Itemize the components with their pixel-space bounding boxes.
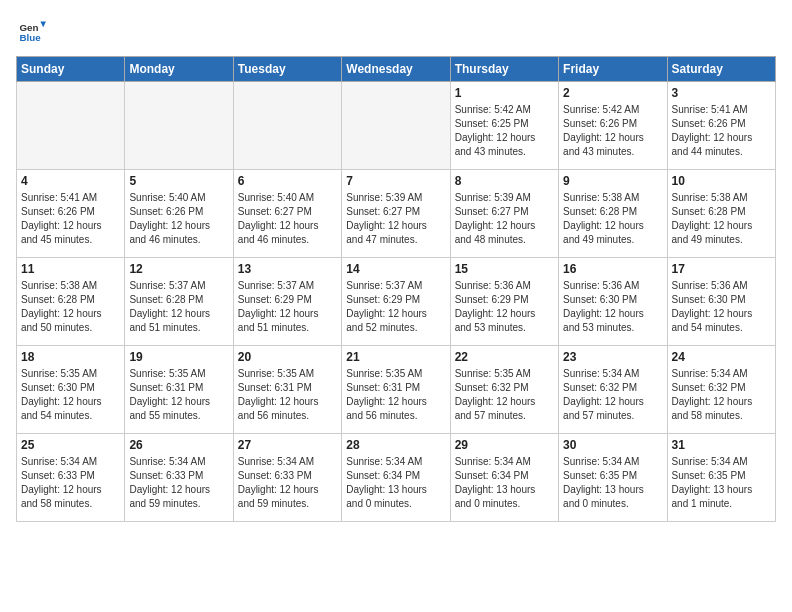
calendar-week-row: 1Sunrise: 5:42 AMSunset: 6:25 PMDaylight… xyxy=(17,82,776,170)
day-info: Sunrise: 5:38 AMSunset: 6:28 PMDaylight:… xyxy=(672,191,771,247)
calendar-cell: 7Sunrise: 5:39 AMSunset: 6:27 PMDaylight… xyxy=(342,170,450,258)
weekday-header-cell: Tuesday xyxy=(233,57,341,82)
day-info: Sunrise: 5:34 AMSunset: 6:33 PMDaylight:… xyxy=(129,455,228,511)
calendar-cell: 20Sunrise: 5:35 AMSunset: 6:31 PMDayligh… xyxy=(233,346,341,434)
calendar-week-row: 11Sunrise: 5:38 AMSunset: 6:28 PMDayligh… xyxy=(17,258,776,346)
weekday-header-row: SundayMondayTuesdayWednesdayThursdayFrid… xyxy=(17,57,776,82)
day-number: 10 xyxy=(672,174,771,188)
day-number: 15 xyxy=(455,262,554,276)
weekday-header-cell: Thursday xyxy=(450,57,558,82)
day-info: Sunrise: 5:40 AMSunset: 6:27 PMDaylight:… xyxy=(238,191,337,247)
day-number: 9 xyxy=(563,174,662,188)
day-number: 24 xyxy=(672,350,771,364)
day-number: 31 xyxy=(672,438,771,452)
day-number: 14 xyxy=(346,262,445,276)
day-number: 21 xyxy=(346,350,445,364)
calendar-week-row: 18Sunrise: 5:35 AMSunset: 6:30 PMDayligh… xyxy=(17,346,776,434)
calendar-cell xyxy=(342,82,450,170)
day-info: Sunrise: 5:39 AMSunset: 6:27 PMDaylight:… xyxy=(455,191,554,247)
calendar-cell: 23Sunrise: 5:34 AMSunset: 6:32 PMDayligh… xyxy=(559,346,667,434)
day-number: 2 xyxy=(563,86,662,100)
day-info: Sunrise: 5:34 AMSunset: 6:35 PMDaylight:… xyxy=(563,455,662,511)
day-number: 16 xyxy=(563,262,662,276)
calendar-cell: 24Sunrise: 5:34 AMSunset: 6:32 PMDayligh… xyxy=(667,346,775,434)
weekday-header-cell: Monday xyxy=(125,57,233,82)
calendar-cell: 21Sunrise: 5:35 AMSunset: 6:31 PMDayligh… xyxy=(342,346,450,434)
day-number: 20 xyxy=(238,350,337,364)
day-info: Sunrise: 5:41 AMSunset: 6:26 PMDaylight:… xyxy=(21,191,120,247)
calendar-cell: 2Sunrise: 5:42 AMSunset: 6:26 PMDaylight… xyxy=(559,82,667,170)
calendar-cell: 17Sunrise: 5:36 AMSunset: 6:30 PMDayligh… xyxy=(667,258,775,346)
day-info: Sunrise: 5:41 AMSunset: 6:26 PMDaylight:… xyxy=(672,103,771,159)
logo-icon: Gen Blue xyxy=(18,16,46,44)
day-number: 13 xyxy=(238,262,337,276)
day-number: 5 xyxy=(129,174,228,188)
day-number: 30 xyxy=(563,438,662,452)
calendar-cell: 14Sunrise: 5:37 AMSunset: 6:29 PMDayligh… xyxy=(342,258,450,346)
day-number: 4 xyxy=(21,174,120,188)
day-info: Sunrise: 5:38 AMSunset: 6:28 PMDaylight:… xyxy=(563,191,662,247)
day-number: 18 xyxy=(21,350,120,364)
day-number: 25 xyxy=(21,438,120,452)
weekday-header-cell: Wednesday xyxy=(342,57,450,82)
calendar-cell: 19Sunrise: 5:35 AMSunset: 6:31 PMDayligh… xyxy=(125,346,233,434)
day-info: Sunrise: 5:35 AMSunset: 6:32 PMDaylight:… xyxy=(455,367,554,423)
day-number: 27 xyxy=(238,438,337,452)
calendar-cell xyxy=(125,82,233,170)
day-info: Sunrise: 5:34 AMSunset: 6:33 PMDaylight:… xyxy=(238,455,337,511)
calendar-cell: 25Sunrise: 5:34 AMSunset: 6:33 PMDayligh… xyxy=(17,434,125,522)
calendar-cell xyxy=(233,82,341,170)
calendar-cell: 18Sunrise: 5:35 AMSunset: 6:30 PMDayligh… xyxy=(17,346,125,434)
calendar-cell: 16Sunrise: 5:36 AMSunset: 6:30 PMDayligh… xyxy=(559,258,667,346)
calendar-cell: 30Sunrise: 5:34 AMSunset: 6:35 PMDayligh… xyxy=(559,434,667,522)
day-info: Sunrise: 5:34 AMSunset: 6:34 PMDaylight:… xyxy=(346,455,445,511)
day-info: Sunrise: 5:34 AMSunset: 6:32 PMDaylight:… xyxy=(563,367,662,423)
calendar-cell: 5Sunrise: 5:40 AMSunset: 6:26 PMDaylight… xyxy=(125,170,233,258)
day-number: 17 xyxy=(672,262,771,276)
calendar-cell: 11Sunrise: 5:38 AMSunset: 6:28 PMDayligh… xyxy=(17,258,125,346)
day-info: Sunrise: 5:35 AMSunset: 6:31 PMDaylight:… xyxy=(238,367,337,423)
day-number: 19 xyxy=(129,350,228,364)
calendar-cell: 6Sunrise: 5:40 AMSunset: 6:27 PMDaylight… xyxy=(233,170,341,258)
day-number: 29 xyxy=(455,438,554,452)
day-info: Sunrise: 5:34 AMSunset: 6:34 PMDaylight:… xyxy=(455,455,554,511)
day-info: Sunrise: 5:38 AMSunset: 6:28 PMDaylight:… xyxy=(21,279,120,335)
day-info: Sunrise: 5:35 AMSunset: 6:30 PMDaylight:… xyxy=(21,367,120,423)
calendar-cell: 22Sunrise: 5:35 AMSunset: 6:32 PMDayligh… xyxy=(450,346,558,434)
day-info: Sunrise: 5:39 AMSunset: 6:27 PMDaylight:… xyxy=(346,191,445,247)
day-number: 7 xyxy=(346,174,445,188)
calendar-body: 1Sunrise: 5:42 AMSunset: 6:25 PMDaylight… xyxy=(17,82,776,522)
weekday-header-cell: Friday xyxy=(559,57,667,82)
calendar-week-row: 25Sunrise: 5:34 AMSunset: 6:33 PMDayligh… xyxy=(17,434,776,522)
calendar-cell: 26Sunrise: 5:34 AMSunset: 6:33 PMDayligh… xyxy=(125,434,233,522)
day-info: Sunrise: 5:42 AMSunset: 6:25 PMDaylight:… xyxy=(455,103,554,159)
day-info: Sunrise: 5:34 AMSunset: 6:32 PMDaylight:… xyxy=(672,367,771,423)
calendar-cell: 15Sunrise: 5:36 AMSunset: 6:29 PMDayligh… xyxy=(450,258,558,346)
calendar-cell: 10Sunrise: 5:38 AMSunset: 6:28 PMDayligh… xyxy=(667,170,775,258)
day-number: 8 xyxy=(455,174,554,188)
day-number: 1 xyxy=(455,86,554,100)
calendar-cell: 9Sunrise: 5:38 AMSunset: 6:28 PMDaylight… xyxy=(559,170,667,258)
svg-marker-2 xyxy=(40,22,46,28)
day-number: 23 xyxy=(563,350,662,364)
calendar-cell: 8Sunrise: 5:39 AMSunset: 6:27 PMDaylight… xyxy=(450,170,558,258)
day-info: Sunrise: 5:35 AMSunset: 6:31 PMDaylight:… xyxy=(346,367,445,423)
day-info: Sunrise: 5:42 AMSunset: 6:26 PMDaylight:… xyxy=(563,103,662,159)
calendar-cell: 3Sunrise: 5:41 AMSunset: 6:26 PMDaylight… xyxy=(667,82,775,170)
calendar-cell: 13Sunrise: 5:37 AMSunset: 6:29 PMDayligh… xyxy=(233,258,341,346)
day-info: Sunrise: 5:37 AMSunset: 6:29 PMDaylight:… xyxy=(346,279,445,335)
day-info: Sunrise: 5:36 AMSunset: 6:30 PMDaylight:… xyxy=(672,279,771,335)
calendar-cell: 29Sunrise: 5:34 AMSunset: 6:34 PMDayligh… xyxy=(450,434,558,522)
day-info: Sunrise: 5:40 AMSunset: 6:26 PMDaylight:… xyxy=(129,191,228,247)
calendar-week-row: 4Sunrise: 5:41 AMSunset: 6:26 PMDaylight… xyxy=(17,170,776,258)
day-number: 11 xyxy=(21,262,120,276)
calendar-cell: 4Sunrise: 5:41 AMSunset: 6:26 PMDaylight… xyxy=(17,170,125,258)
calendar-cell: 12Sunrise: 5:37 AMSunset: 6:28 PMDayligh… xyxy=(125,258,233,346)
day-info: Sunrise: 5:36 AMSunset: 6:29 PMDaylight:… xyxy=(455,279,554,335)
day-info: Sunrise: 5:37 AMSunset: 6:28 PMDaylight:… xyxy=(129,279,228,335)
day-info: Sunrise: 5:35 AMSunset: 6:31 PMDaylight:… xyxy=(129,367,228,423)
day-number: 12 xyxy=(129,262,228,276)
weekday-header-cell: Saturday xyxy=(667,57,775,82)
logo: Gen Blue xyxy=(16,16,46,44)
page-header: Gen Blue xyxy=(16,16,776,44)
